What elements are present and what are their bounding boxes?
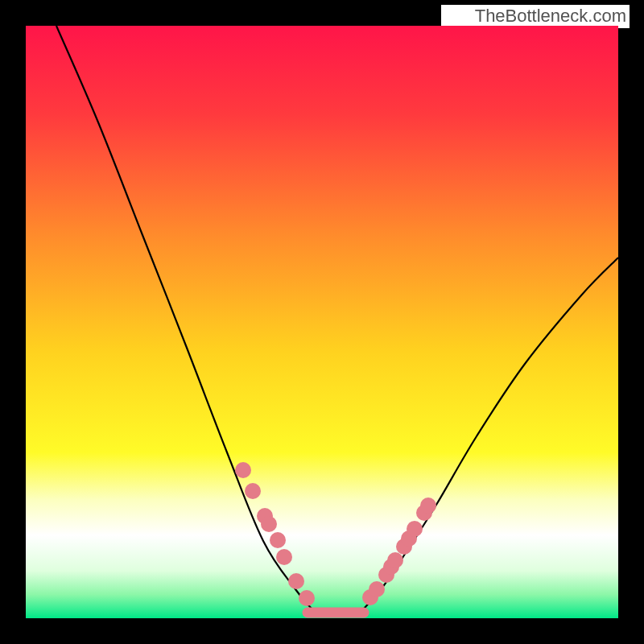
data-marker	[369, 581, 385, 597]
data-marker	[245, 483, 261, 499]
data-marker	[299, 590, 315, 606]
chart-container: TheBottleneck.com	[0, 0, 644, 644]
data-marker	[288, 573, 304, 589]
data-marker	[270, 532, 286, 548]
data-marker	[276, 549, 292, 565]
data-marker	[235, 462, 251, 478]
markers-right	[362, 497, 436, 605]
curve-layer	[26, 26, 618, 618]
data-marker	[261, 516, 277, 532]
watermark-label: TheBottleneck.com	[441, 5, 630, 28]
plot-area	[26, 26, 618, 618]
data-marker	[407, 521, 423, 537]
data-marker	[420, 497, 436, 514]
data-marker	[387, 552, 403, 568]
markers-left	[235, 462, 315, 606]
